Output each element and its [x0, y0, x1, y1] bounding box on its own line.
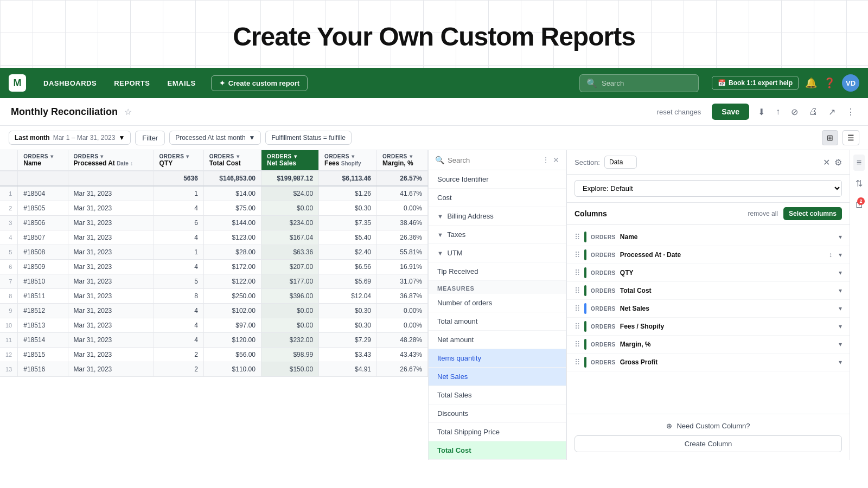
col-header-qty[interactable]: ORDERS ▾ QTY — [154, 150, 203, 171]
reset-changes-link[interactable]: reset changes — [657, 108, 701, 116]
filter-button[interactable]: Filter — [135, 131, 165, 145]
col-chevron-icon[interactable]: ▾ — [839, 287, 842, 294]
dropdown-item-number-of-orders[interactable]: Number of orders — [429, 294, 566, 312]
dropdown-item-utm[interactable]: ▼ UTM — [429, 244, 566, 262]
print-icon[interactable]: 🖨 — [807, 105, 820, 119]
dropdown-item-total-shipping-price[interactable]: Total Shipping Price — [429, 423, 566, 441]
select-columns-button[interactable]: Select columns — [783, 207, 842, 220]
col-chevron-icon[interactable]: ▾ — [839, 323, 842, 330]
nav-dashboards[interactable]: DASHBOARDS — [37, 76, 103, 91]
table-row: 11#18514Mar 31, 20234$120.00$232.00$7.29… — [0, 333, 428, 348]
dropdown-search-input[interactable] — [448, 156, 539, 164]
col-chevron-icon[interactable]: ▾ — [839, 251, 842, 259]
drag-handle-icon[interactable]: ⠿ — [575, 251, 580, 259]
user-avatar[interactable]: VD — [842, 74, 859, 92]
config-columns-list: ⠿ ORDERS Name ▾ ⠿ ORDERS Processed At · … — [567, 225, 850, 414]
drag-handle-icon[interactable]: ⠿ — [575, 340, 580, 349]
col-dropdown-icon[interactable]: ▾ — [186, 153, 189, 159]
create-column-button[interactable]: Create Column — [575, 435, 842, 452]
explore-select[interactable]: Explore: Default — [575, 180, 842, 197]
col-chevron-icon[interactable]: ▾ — [839, 358, 842, 366]
date-filter[interactable]: Last month Mar 1 – Mar 31, 2023 ▼ — [9, 131, 131, 145]
help-button[interactable]: ❓ — [824, 77, 835, 89]
col-dropdown-icon[interactable]: ▾ — [237, 153, 240, 159]
drag-handle-icon[interactable]: ⠿ — [575, 286, 580, 295]
drag-handle-icon[interactable]: ⠿ — [575, 304, 580, 313]
columns-icon[interactable]: ≡ — [853, 155, 865, 171]
date-range: Mar 1 – Mar 31, 2023 — [53, 134, 116, 142]
drag-handle-icon[interactable]: ⠿ — [575, 268, 580, 277]
col-chevron-icon[interactable]: ▾ — [839, 341, 842, 348]
col-header-net-sales[interactable]: ORDERS ▾ Net Sales — [261, 150, 318, 171]
save-button[interactable]: Save — [712, 104, 749, 120]
close-config-button[interactable]: ✕ — [823, 157, 830, 168]
sort-icon[interactable]: ↕ — [829, 251, 832, 259]
col-stripe — [584, 321, 586, 332]
main-wrapper: ORDERS ▾ Name ORDERS ▾ Processed At Date… — [0, 150, 868, 460]
more-options-icon[interactable]: ⋮ — [542, 156, 550, 164]
drag-handle-icon[interactable]: ⠿ — [575, 233, 580, 241]
list-view-button[interactable]: ☰ — [843, 130, 859, 145]
table-header-row: ORDERS ▾ Name ORDERS ▾ Processed At Date… — [0, 150, 428, 171]
drag-handle-icon[interactable]: ⠿ — [575, 358, 580, 367]
more-options-icon[interactable]: ⋮ — [844, 105, 857, 119]
table-row: 12#18515Mar 31, 20232$56.00$98.99$3.4343… — [0, 348, 428, 362]
remove-all-link[interactable]: remove all — [748, 210, 778, 217]
book-expert-button[interactable]: 📅 Book 1:1 expert help — [712, 76, 799, 90]
filter-side-icon[interactable]: ⊡ 2 — [852, 196, 866, 213]
config-col-name: ⠿ ORDERS Name ▾ — [567, 228, 850, 246]
nav-create-report[interactable]: ✦ Create custom report — [211, 75, 308, 91]
download-icon[interactable]: ⬇ — [756, 105, 767, 119]
nav-search-box[interactable]: 🔍 — [579, 74, 699, 92]
drag-handle-icon[interactable]: ⠿ — [575, 322, 580, 331]
notifications-button[interactable]: 🔔 — [805, 77, 817, 89]
custom-col-icon: ⊕ — [666, 422, 672, 430]
dropdown-item-total-cost[interactable]: Total Cost — [429, 441, 566, 460]
nav-logo[interactable]: M — [9, 74, 26, 92]
favorite-icon[interactable]: ☆ — [124, 107, 132, 117]
col-chevron-icon[interactable]: ▾ — [839, 233, 842, 241]
dropdown-item-net-amount[interactable]: Net amount — [429, 331, 566, 349]
dropdown-item-cost[interactable]: Cost — [429, 189, 566, 207]
col-dropdown-icon[interactable]: ▾ — [294, 153, 297, 159]
share-icon[interactable]: ↑ — [774, 105, 782, 119]
col-header-margin[interactable]: ORDERS ▾ Margin, % — [377, 150, 428, 171]
sort-icon[interactable]: ⇅ — [852, 175, 866, 192]
dropdown-item-items-quantity[interactable]: Items quantity — [429, 349, 566, 368]
table-row: 4#18507Mar 31, 20234$123.00$167.04$5.402… — [0, 230, 428, 245]
dropdown-item-tip-received[interactable]: Tip Received — [429, 262, 566, 281]
dropdown-item-discounts[interactable]: Discounts — [429, 404, 566, 423]
dropdown-item-net-sales[interactable]: Net Sales — [429, 368, 566, 386]
section-select[interactable]: Data — [604, 156, 637, 169]
processed-at-filter[interactable]: Processed At last month ▼ — [169, 131, 261, 145]
grid-view-button[interactable]: ⊞ — [822, 130, 838, 145]
table-row: 8#18511Mar 31, 20238$250.00$396.00$12.04… — [0, 289, 428, 304]
col-header-processed-at[interactable]: ORDERS ▾ Processed At Date ↕ — [68, 150, 154, 171]
dropdown-item-billing-address[interactable]: ▼ Billing Address — [429, 207, 566, 226]
col-dropdown-icon[interactable]: ▾ — [50, 153, 54, 159]
col-dropdown-icon[interactable]: ▾ — [410, 153, 413, 159]
col-header-fees[interactable]: ORDERS ▾ Fees Shopify — [319, 150, 377, 171]
col-stripe — [584, 357, 586, 368]
nav-reports[interactable]: REPORTS — [107, 76, 156, 91]
search-icon: 🔍 — [586, 78, 597, 88]
col-chevron-icon[interactable]: ▾ — [839, 269, 842, 277]
dropdown-item-total-amount[interactable]: Total amount — [429, 312, 566, 331]
config-col-qty: ⠿ ORDERS QTY ▾ — [567, 264, 850, 282]
nav-emails[interactable]: EMAILS — [161, 76, 202, 91]
nav-search-input[interactable] — [602, 79, 692, 87]
close-icon[interactable]: ✕ — [553, 156, 559, 164]
col-header-total-cost[interactable]: ORDERS ▾ Total Cost — [203, 150, 261, 171]
col-stripe — [584, 232, 586, 242]
col-chevron-icon[interactable]: ▾ — [839, 305, 842, 312]
col-dropdown-icon[interactable]: ▾ — [100, 153, 104, 159]
fulfillment-filter[interactable]: Fulfillment Status = fulfille — [265, 131, 351, 145]
settings-icon[interactable]: ⚙ — [834, 157, 842, 168]
col-header-name[interactable]: ORDERS ▾ Name — [18, 150, 68, 171]
filter-icon[interactable]: ⊘ — [789, 105, 800, 119]
dropdown-item-source-identifier[interactable]: Source Identifier — [429, 170, 566, 189]
external-link-icon[interactable]: ↗ — [826, 105, 838, 119]
dropdown-item-taxes[interactable]: ▼ Taxes — [429, 226, 566, 244]
col-dropdown-icon[interactable]: ▾ — [352, 153, 355, 159]
dropdown-item-total-sales[interactable]: Total Sales — [429, 386, 566, 404]
